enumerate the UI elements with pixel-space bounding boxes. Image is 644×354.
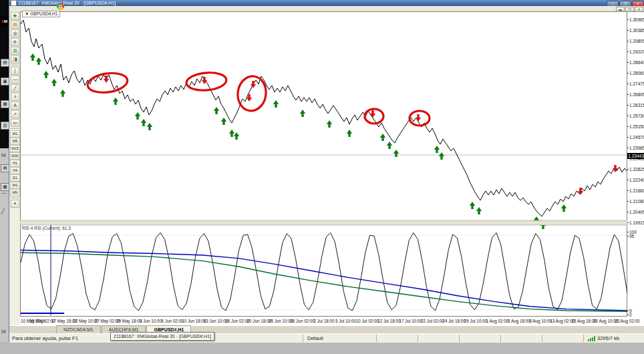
status-empty-section (376, 335, 418, 342)
app-icon (11, 0, 17, 6)
buy-arrow-marker (60, 90, 65, 97)
buy-arrow-marker (347, 130, 352, 137)
time-tick-label: 2 Jul 18:00 (314, 319, 335, 323)
time-tick-label: 29 Jul 10:00 (464, 319, 487, 323)
time-tick-label: 10 Jun 18:00 (182, 319, 206, 323)
time-tick-label: 24 Jul 18:00 (442, 319, 465, 323)
toolbar-separator (11, 198, 19, 198)
sell-arrow-marker (251, 81, 256, 88)
minimize-button[interactable]: — (607, 1, 619, 6)
timeframe-m5-button[interactable]: M5 (10, 138, 20, 145)
status-connection: 3295/7 kb (583, 335, 644, 342)
timeframe-m15-button[interactable]: M15 (10, 145, 20, 152)
buy-arrow-marker (470, 202, 475, 209)
status-empty-section (500, 335, 542, 342)
background-text: ╱ (1, 208, 5, 214)
background-text: M (1, 329, 6, 335)
text-label-icon[interactable]: A (11, 102, 19, 110)
status-empty-section (459, 335, 500, 342)
buy-arrow-marker (221, 118, 226, 125)
price-tick-label: 1.30385 (629, 28, 644, 33)
navigator-icon[interactable]: ⊕ (11, 38, 19, 46)
buy-arrow-marker (214, 107, 219, 114)
background-text: — (1, 190, 7, 196)
fibonacci-icon[interactable]: ≡ (11, 93, 19, 101)
status-empty-section (542, 335, 583, 342)
annotation-circle (365, 109, 383, 124)
price-tick-label: 1.24570 (629, 135, 644, 140)
buy-arrow-marker (434, 146, 440, 153)
price-tick-label: 1.23985 (629, 146, 644, 150)
horizontal-line-icon[interactable]: — (11, 75, 19, 83)
buy-arrow-marker (387, 142, 392, 149)
price-tick-label: 1.22240 (629, 178, 644, 182)
price-tick-label: 1.22825 (629, 167, 644, 172)
time-tick-label: 17 Jul 10:00 (399, 319, 422, 323)
status-empty-section (418, 335, 459, 342)
terminal-icon[interactable]: ◨ (11, 55, 19, 63)
timeframe-mn-button[interactable]: MN (10, 189, 20, 196)
new-chart-icon[interactable]: ✚ (11, 12, 19, 20)
trendline-icon[interactable]: ╱ (11, 84, 19, 92)
timeframe-m1-button[interactable]: M1 (10, 130, 20, 138)
time-tick-label: 1 Aug 02:00 (486, 319, 509, 323)
timeframe-m30-button[interactable]: M30 (10, 152, 20, 160)
time-tick-label: 3 Jun 10:00 (140, 319, 162, 323)
price-tick-label: 1.27475 (629, 81, 644, 86)
buy-arrow-marker (30, 53, 35, 61)
timeframe-w1-button[interactable]: W1 (10, 182, 20, 189)
sell-arrow-marker (613, 165, 618, 172)
timeframe-h4-button[interactable]: H4 (10, 167, 20, 174)
indicator-label: RSI 4 RSI (Current): 61.3 (22, 226, 71, 231)
shapes-icon[interactable]: ▭ (11, 119, 19, 127)
price-axis: 1.309651.303851.298051.292201.286401.280… (627, 11, 644, 326)
buy-arrow-marker (476, 207, 482, 214)
price-tick-label: 1.30965 (629, 17, 644, 22)
indicators-icon[interactable]: ✦ (11, 200, 19, 208)
buy-arrow-marker (393, 150, 399, 157)
time-tick-label: 25 Jun 10:00 (269, 319, 293, 323)
crosshair-icon[interactable]: | (11, 67, 19, 75)
price-chart[interactable]: RSI 4 RSI (Current): 61.3 (20, 11, 627, 316)
profiles-icon[interactable]: ▤ (11, 21, 19, 29)
chart-tab-nzdcad[interactable]: NZDCAD#,M1 (56, 325, 101, 333)
price-tick-label: 1.19915 (629, 220, 644, 225)
buy-arrow-marker (439, 152, 444, 160)
timeframe-h1-button[interactable]: H1 (10, 160, 20, 167)
status-profile[interactable]: Default (303, 335, 376, 342)
price-tick-label: 1.29220 (629, 49, 644, 54)
buy-arrow-marker (36, 57, 41, 65)
new-order-icon[interactable]: ▥ (11, 47, 19, 55)
title-bar[interactable]: 21188167: XMGlobal-Real 20 - [GBPUSD#,H1… (9, 0, 644, 6)
sell-arrow-marker (104, 75, 109, 83)
time-tick-label: 5 Aug 18:00 (508, 319, 530, 323)
chart-tab-bar: NZDCAD#,M1AUDCHF#,M1GBPUSD#,H1 (9, 325, 644, 333)
market-watch-icon[interactable]: ◍ (11, 29, 19, 37)
time-axis: 10 May 201915 May 02:0017 May 18:0022 Ma… (20, 316, 627, 326)
sell-arrow-marker (370, 110, 375, 118)
price-tick-label: 1.25730 (629, 114, 644, 118)
background-app-strip: XM ▤▣▦▥▤▦MM—╱ (0, 0, 9, 342)
buy-arrow-marker (380, 134, 385, 141)
toolbar-separator (11, 65, 19, 65)
buy-arrow-marker (561, 204, 567, 212)
maximize-button[interactable]: ❐ (619, 1, 631, 6)
time-tick-label: 18 Jun 02:00 (225, 319, 249, 323)
price-tick-label: 1.21080 (629, 199, 644, 204)
time-tick-label: 8 Aug 10:00 (529, 319, 552, 323)
price-tick-label: 1.29805 (629, 39, 644, 43)
time-tick-label: 20 Jun 18:00 (247, 319, 271, 323)
signal-line-blue (21, 250, 627, 311)
price-tick-label: 1.26895 (629, 92, 644, 97)
symbol-label-box[interactable]: ▼ GBPUSD#,H1 (22, 11, 60, 17)
chevron-down-icon[interactable]: ▼ (25, 11, 29, 16)
xm-logo: XM (0, 16, 9, 27)
time-tick-label: 10 Jul 02:00 (356, 319, 379, 323)
arrows-icon[interactable]: ↗ (11, 110, 19, 118)
time-tick-label: 23 Aug 02:00 (615, 319, 639, 323)
time-tick-label: 22 Jul 02:00 (421, 319, 444, 323)
timeframe-d1-button[interactable]: D1 (10, 174, 20, 182)
price-tick-label: 1.21660 (629, 188, 644, 193)
indicator-scale-label: 0 (629, 313, 632, 317)
close-button[interactable]: ✕ (632, 1, 644, 6)
